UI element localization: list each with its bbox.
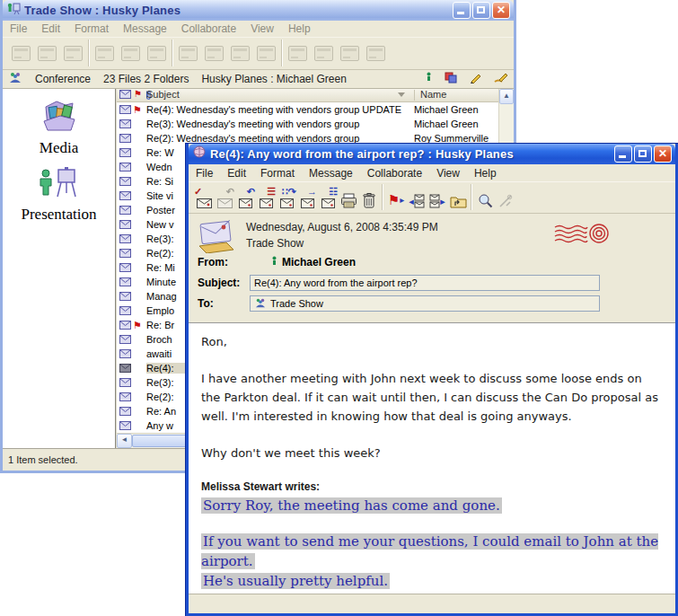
message-date: Wednesday, August 6, 2008 4:35:49 PM	[246, 221, 438, 233]
menu-bar: File Edit Format Message Collaborate Vie…	[189, 164, 675, 182]
window-title: Re(4): Any word from the airport rep? : …	[210, 147, 614, 161]
subject-field[interactable]: Re(4): Any word from the airport rep?	[250, 275, 600, 291]
conference-people-icon	[8, 72, 22, 86]
menu-message[interactable]: Message	[116, 21, 174, 37]
presentation-easel-icon	[37, 166, 80, 204]
disabled-tool-icon	[366, 46, 385, 61]
to-field[interactable]: Trade Show	[250, 295, 600, 312]
from-label: From:	[198, 256, 228, 268]
message-footer-bar	[189, 594, 675, 613]
close-icon[interactable]	[492, 2, 510, 19]
conference-people-icon	[254, 298, 267, 310]
flag-icon: ⚑	[134, 89, 142, 99]
message-globe-icon	[192, 145, 207, 163]
signature-pencil-icon[interactable]	[494, 72, 508, 86]
flag-icon[interactable]: ⚑▸	[386, 187, 406, 208]
message-header: Wednesday, August 6, 2008 4:35:49 PM Tra…	[189, 214, 675, 321]
menu-view[interactable]: View	[243, 21, 281, 37]
disabled-tool-icon	[147, 46, 166, 61]
scroll-up-icon[interactable]	[499, 89, 514, 104]
presence-person-icon	[271, 256, 277, 270]
minimize-icon[interactable]	[614, 145, 632, 163]
message-window-titlebar[interactable]: Re(4): Any word from the airport rep? : …	[189, 144, 675, 164]
disabled-tool-icon	[314, 46, 333, 61]
red-postmark-icon	[553, 221, 611, 249]
message-body[interactable]: Ron, I have another meeting with John ne…	[189, 322, 675, 594]
list-header[interactable]: ⚑ Subject Name	[117, 89, 498, 102]
info-bar: Conference 23 Files 2 Folders Husky Plan…	[3, 70, 514, 89]
column-name[interactable]: Name	[420, 89, 446, 100]
quoted-text: If you want to send me your questions, I…	[201, 532, 661, 591]
maximize-icon[interactable]	[472, 2, 490, 19]
body-paragraph: I have another meeting with John next we…	[201, 369, 661, 426]
close-icon[interactable]	[654, 145, 672, 163]
reply-quote-icon[interactable]: ☰	[256, 187, 276, 208]
menu-format[interactable]: Format	[253, 165, 302, 181]
delete-icon[interactable]	[359, 187, 379, 208]
scroll-left-icon[interactable]	[117, 434, 132, 448]
minimize-icon[interactable]	[453, 2, 471, 19]
reply-icon[interactable]: ↶	[235, 187, 255, 208]
menu-file[interactable]: File	[3, 21, 34, 37]
flag-icon: ⚑	[133, 104, 146, 116]
conference-window-titlebar[interactable]: Trade Show : Husky Planes	[3, 0, 514, 21]
open-envelope-icon	[196, 219, 237, 256]
folder-item-presentation[interactable]: Presentation	[21, 166, 96, 224]
folder-label: Media	[40, 139, 78, 157]
toolbar: ✓ ↶ ↶ ☰ ∷↷ → ☷ ⚑▸ ◂ ▸	[189, 181, 675, 214]
menu-edit[interactable]: Edit	[220, 165, 253, 181]
disabled-tool-icon	[205, 46, 224, 61]
disabled-tool-icon	[121, 46, 140, 61]
disabled-tool-icon	[12, 46, 31, 61]
media-folder-icon	[39, 98, 80, 137]
window-title: Trade Show : Husky Planes	[24, 4, 453, 17]
menu-view[interactable]: View	[429, 165, 467, 181]
menu-file[interactable]: File	[189, 165, 220, 181]
disabled-tool-icon	[64, 46, 83, 61]
menu-help[interactable]: Help	[281, 21, 318, 37]
reply-all-icon[interactable]: ∷↷	[277, 187, 296, 208]
search-icon[interactable]	[475, 187, 495, 208]
previous-unread-icon[interactable]: ◂	[407, 187, 427, 208]
quote-author: Melissa Stewart writes:	[201, 480, 663, 493]
disabled-tool-icon	[340, 46, 359, 61]
print-icon[interactable]	[339, 187, 358, 208]
menu-format[interactable]: Format	[67, 21, 116, 37]
message-row[interactable]: Re(3): Wednesday's meeting with vendors …	[117, 117, 498, 131]
from-value: Michael Green	[282, 256, 356, 268]
subject-label: Subject:	[198, 277, 240, 289]
to-label: To:	[198, 297, 214, 310]
unsend-icon: ↶	[215, 187, 234, 208]
body-paragraph: Ron,	[201, 332, 661, 351]
sort-desc-icon[interactable]	[398, 92, 405, 97]
quoted-text: Sorry Roy, the meeting has come and gone…	[201, 496, 661, 515]
menu-help[interactable]: Help	[467, 165, 504, 181]
pencil-icon[interactable]	[470, 72, 481, 86]
maximize-icon[interactable]	[634, 145, 652, 163]
menu-bar: File Edit Format Message Collaborate Vie…	[3, 21, 514, 38]
column-subject[interactable]: Subject	[146, 89, 180, 100]
menu-collaborate[interactable]: Collaborate	[174, 21, 243, 37]
menu-edit[interactable]: Edit	[34, 21, 67, 37]
toolbar	[3, 37, 514, 70]
parent-folder-icon[interactable]	[448, 187, 468, 208]
menu-collaborate[interactable]: Collaborate	[360, 165, 429, 181]
desktop: Trade Show : Husky Planes File Edit Form…	[0, 0, 678, 616]
folder-pane: Media Presentation	[3, 89, 117, 448]
flag-icon: ⚑	[133, 320, 146, 331]
message-history-icon[interactable]: ☷	[318, 187, 338, 208]
next-unread-icon[interactable]: ▸	[427, 187, 447, 208]
mark-read-icon[interactable]: ✓	[194, 187, 214, 208]
layers-icon[interactable]	[445, 72, 457, 86]
disabled-tool-icon	[231, 46, 250, 61]
menu-message[interactable]: Message	[302, 165, 360, 181]
forward-icon[interactable]: →	[297, 187, 317, 208]
status-text: 1 Item selected.	[8, 454, 78, 465]
message-window: Re(4): Any word from the airport rep? : …	[186, 144, 678, 616]
message-conference: Trade Show	[246, 237, 304, 250]
message-row[interactable]: ⚑Re(4): Wednesday's meeting with vendors…	[117, 102, 498, 117]
disabled-tool-icon	[95, 46, 114, 61]
folder-item-media[interactable]: Media	[39, 98, 80, 157]
folder-label: Presentation	[21, 206, 96, 224]
tools-icon	[496, 187, 515, 208]
